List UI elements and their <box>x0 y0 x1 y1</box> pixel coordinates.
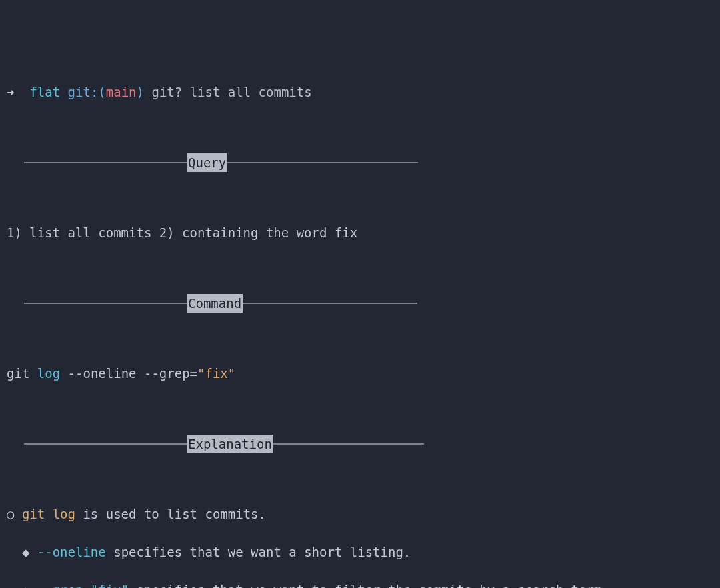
paren-open: ( <box>98 85 105 99</box>
command-section-header: Command <box>24 294 713 313</box>
cmd-log: log <box>37 366 60 381</box>
prompt-dir: flat <box>29 85 60 99</box>
bullet-diamond-icon: ◆ <box>22 545 29 559</box>
typed-command: git? list all commits <box>151 85 311 99</box>
divider-left <box>24 443 187 445</box>
command-line: git log --oneline --grep="fix" <box>7 364 713 383</box>
query-section-header: Query <box>24 153 713 173</box>
divider-right <box>243 303 417 304</box>
query-label: Query <box>187 153 227 173</box>
bullet-diamond-icon: ◆ <box>22 583 29 588</box>
expl-flag: --grep="fix" <box>37 583 129 588</box>
cmd-grep-flag: --grep= <box>144 366 197 381</box>
expl-cmd: git log <box>22 507 75 521</box>
expl-text: is used to list commits. <box>75 507 266 521</box>
git-label: git: <box>68 85 99 99</box>
git-branch: main <box>106 85 137 99</box>
arrow-icon: ➜ <box>7 85 14 99</box>
cmd-git: git <box>7 366 29 381</box>
bullet-circle-icon: ○ <box>7 507 14 521</box>
cmd-oneline: --oneline <box>68 366 137 381</box>
prompt-line[interactable]: ➜ flat git:(main) git? list all commits <box>7 83 713 102</box>
expl-flag: --oneline <box>37 545 106 559</box>
divider-left <box>24 162 187 163</box>
divider-right <box>273 443 424 445</box>
explanation-label: Explanation <box>187 435 273 454</box>
expl-text: specifies that we want to filter the com… <box>129 583 609 588</box>
cmd-grep-val: "fix" <box>197 366 235 381</box>
query-text: 1) list all commits 2) containing the wo… <box>7 223 713 243</box>
explanation-line-1: ○ git log is used to list commits. <box>7 505 713 524</box>
divider-right <box>227 162 418 163</box>
command-label: Command <box>187 294 243 313</box>
explanation-line-3: ◆ --grep="fix" specifies that we want to… <box>7 581 713 588</box>
divider-left <box>24 303 187 304</box>
paren-close: ) <box>137 85 144 99</box>
expl-text: specifies that we want a short listing. <box>106 545 411 559</box>
explanation-line-2: ◆ --oneline specifies that we want a sho… <box>7 543 713 562</box>
explanation-section-header: Explanation <box>24 435 713 454</box>
